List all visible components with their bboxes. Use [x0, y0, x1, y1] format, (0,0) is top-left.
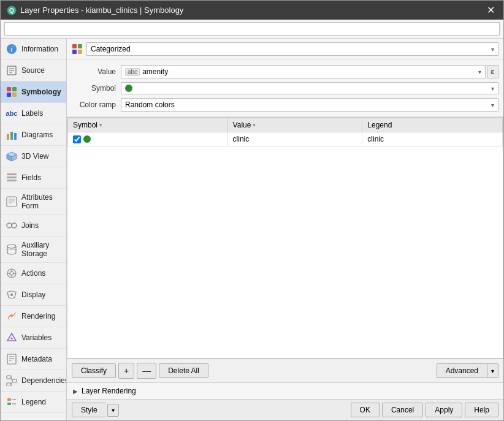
sidebar-item-rendering[interactable]: Rendering	[1, 306, 66, 327]
variables-icon: ✦	[6, 332, 18, 344]
rendering-icon	[6, 310, 18, 322]
dependencies-icon	[6, 374, 18, 387]
sidebar-item-display[interactable]: Display	[1, 284, 66, 306]
remove-button[interactable]: —	[137, 363, 156, 379]
style-button-group: Style ▾	[72, 403, 119, 417]
apply-button[interactable]: Apply	[426, 403, 462, 417]
svg-point-25	[7, 245, 16, 248]
sidebar-item-source[interactable]: Source	[1, 60, 66, 82]
actions-icon	[6, 267, 18, 279]
sidebar-label-auxiliary-storage: Auxiliary Storage	[21, 241, 61, 258]
col-legend[interactable]: Legend	[362, 118, 503, 132]
sidebar-item-joins[interactable]: Joins	[1, 215, 66, 237]
layer-rendering-section[interactable]: ▶ Layer Rendering	[67, 382, 503, 399]
svg-rect-19	[7, 197, 17, 207]
sidebar-item-fields[interactable]: Fields	[1, 167, 66, 189]
renderer-dropdown[interactable]: Categorized ▾	[86, 42, 498, 56]
svg-rect-37	[7, 354, 16, 364]
sidebar-label-legend: Legend	[21, 398, 46, 406]
col-value[interactable]: Value ▾	[227, 118, 362, 132]
window-title: Layer Properties - kiambu_clinics | Symb…	[20, 6, 183, 15]
auxiliary-storage-icon	[6, 243, 18, 256]
advanced-dropdown-arrow[interactable]: ▾	[487, 363, 498, 378]
sidebar-label-symbology: Symbology	[21, 88, 61, 96]
sidebar: i Information Source	[1, 39, 67, 420]
svg-point-28	[10, 271, 13, 275]
sidebar-item-symbology[interactable]: Symbology	[1, 82, 66, 103]
categories-table-container: Symbol ▾ Value ▾	[67, 117, 503, 358]
help-button[interactable]: Help	[465, 403, 498, 417]
style-dropdown-arrow[interactable]: ▾	[107, 404, 119, 417]
color-ramp-label: Color ramp	[72, 101, 116, 109]
symbol-dropdown[interactable]: ▾	[121, 82, 498, 94]
diagrams-icon	[6, 129, 18, 141]
style-button[interactable]: Style	[72, 403, 106, 417]
cancel-button[interactable]: Cancel	[382, 403, 423, 417]
renderer-row: Categorized ▾	[67, 39, 503, 60]
row-symbol-cell	[68, 132, 228, 146]
classify-button[interactable]: Classify	[72, 363, 116, 378]
sidebar-item-variables[interactable]: ✦ Variables	[1, 327, 66, 349]
attributes-form-icon	[6, 195, 18, 208]
add-button[interactable]: +	[118, 363, 134, 379]
title-bar: Q Layer Properties - kiambu_clinics | Sy…	[1, 1, 503, 20]
sidebar-label-rendering: Rendering	[21, 312, 55, 320]
bottom-buttons: Classify + — Delete All Advanced ▾	[67, 358, 503, 382]
display-icon	[6, 289, 18, 301]
sidebar-item-metadata[interactable]: Metadata	[1, 349, 66, 370]
close-button[interactable]: ✕	[484, 4, 497, 16]
color-ramp-control: Random colors ▾	[121, 98, 498, 112]
sidebar-label-fields: Fields	[21, 173, 41, 182]
svg-rect-48	[7, 403, 11, 405]
sidebar-item-attributes-form[interactable]: Attributes Form	[1, 189, 66, 215]
sidebar-label-source: Source	[21, 66, 45, 75]
app-icon: Q	[7, 6, 17, 15]
sidebar-item-information[interactable]: i Information	[1, 39, 66, 60]
value-label: Value	[72, 67, 116, 76]
renderer-icon	[72, 44, 83, 55]
col-symbol[interactable]: Symbol ▾	[68, 118, 228, 132]
form-area: Value abc amenity ▾ ε Symbol	[67, 60, 503, 117]
sidebar-label-display: Display	[21, 290, 45, 299]
sidebar-item-labels[interactable]: abc Labels	[1, 103, 66, 124]
svg-rect-42	[12, 379, 17, 382]
row-value-cell[interactable]: clinic	[227, 132, 362, 146]
value-expression-button[interactable]: ε	[487, 65, 498, 78]
delete-all-button[interactable]: Delete All	[159, 363, 208, 378]
row-symbol-dot	[83, 135, 91, 143]
value-dropdown-arrow: ▾	[478, 69, 481, 75]
search-input[interactable]	[4, 22, 500, 36]
symbol-sort-icon: ▾	[99, 122, 102, 128]
advanced-button[interactable]: Advanced	[437, 363, 487, 378]
symbol-row: Symbol ▾	[72, 82, 498, 94]
sidebar-label-diagrams: Diagrams	[21, 131, 53, 139]
sidebar-label-actions: Actions	[21, 269, 45, 278]
svg-rect-8	[7, 93, 11, 97]
sidebar-item-diagrams[interactable]: Diagrams	[1, 124, 66, 146]
color-ramp-value: Random colors	[125, 101, 491, 109]
value-badge: abc	[125, 68, 140, 76]
value-control: abc amenity ▾ ε	[121, 65, 498, 78]
row-checkbox[interactable]	[73, 135, 81, 143]
sidebar-item-legend[interactable]: Legend	[1, 392, 66, 413]
svg-rect-41	[7, 376, 11, 379]
advanced-button-group: Advanced ▾	[437, 363, 498, 378]
sidebar-item-3dview[interactable]: 3D View	[1, 146, 66, 167]
fields-icon	[6, 172, 18, 184]
sidebar-label-attributes-form: Attributes Form	[21, 193, 61, 210]
symbol-label: Symbol	[72, 84, 116, 93]
color-ramp-dropdown[interactable]: Random colors ▾	[121, 98, 498, 112]
row-legend-cell[interactable]: clinic	[362, 132, 503, 146]
sidebar-item-dependencies[interactable]: Dependencies	[1, 370, 66, 392]
value-row: Value abc amenity ▾ ε	[72, 65, 498, 78]
sidebar-item-actions[interactable]: Actions	[1, 263, 66, 284]
svg-point-34	[10, 314, 13, 317]
sidebar-label-metadata: Metadata	[21, 355, 52, 363]
value-dropdown-text: amenity	[142, 67, 478, 76]
svg-rect-18	[7, 180, 17, 181]
sidebar-item-auxiliary-storage[interactable]: Auxiliary Storage	[1, 237, 66, 263]
svg-rect-52	[72, 50, 77, 54]
ok-button[interactable]: OK	[351, 403, 380, 417]
value-dropdown[interactable]: abc amenity ▾	[121, 65, 486, 78]
search-bar	[1, 20, 503, 39]
